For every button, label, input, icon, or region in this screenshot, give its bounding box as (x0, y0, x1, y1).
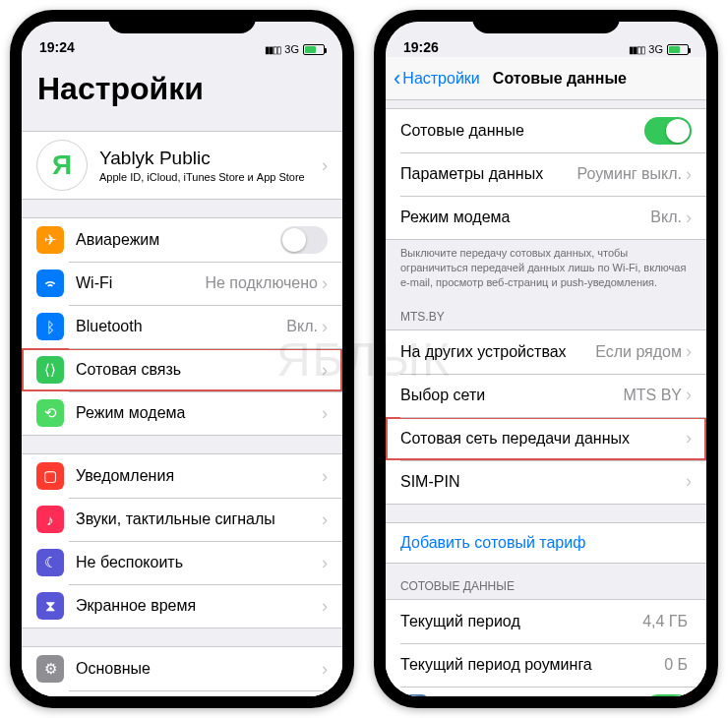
airplane-icon: ✈ (36, 226, 64, 254)
cellular-data-row[interactable]: Сотовые данные (386, 109, 706, 152)
apn-label: Сотовая сеть передачи данных (400, 430, 686, 448)
notch (472, 10, 620, 33)
apn-row[interactable]: Сотовая сеть передачи данных › (386, 417, 706, 460)
status-time: 19:26 (403, 39, 439, 55)
wifi-row[interactable]: Wi-Fi Не подключено › (22, 262, 342, 305)
apple-id-row[interactable]: Я Yablyk Public Apple ID, iCloud, iTunes… (22, 132, 342, 199)
chevron-icon: › (322, 317, 328, 337)
roaming-period-row[interactable]: Текущий период роуминга 0 Б (386, 643, 706, 687)
dnd-label: Не беспокоить (76, 554, 322, 571)
vk-label: VK (440, 692, 644, 696)
chevron-icon: › (686, 428, 692, 449)
sounds-icon: ♪ (36, 506, 64, 533)
notifications-row[interactable]: ▢ Уведомления › (22, 454, 342, 498)
notifications-label: Уведомления (76, 467, 322, 485)
cellular-footer: Выключите передачу сотовых данных, чтобы… (386, 240, 706, 294)
screentime-label: Экранное время (76, 597, 322, 615)
current-period-value: 4,4 ГБ (642, 613, 688, 630)
chevron-left-icon: ‹ (394, 68, 400, 90)
sounds-row[interactable]: ♪ Звуки, тактильные сигналы › (22, 498, 342, 541)
general-row[interactable]: ⚙ Основные › (22, 647, 342, 690)
hotspot-row[interactable]: ⟲ Режим модема › (22, 391, 342, 435)
cellular-data-switch[interactable] (644, 117, 692, 145)
app-vk-row[interactable]: VK VK 2,1 ГБ (386, 687, 706, 696)
vk-switch[interactable] (644, 694, 692, 696)
profile-name: Yablyk Public (99, 148, 322, 169)
current-period-label: Текущий период (400, 613, 642, 630)
dnd-row[interactable]: ☾ Не беспокоить › (22, 541, 342, 584)
carrier-value: MTS BY (623, 387, 682, 404)
signal-icon (265, 43, 280, 55)
profile-text: Yablyk Public Apple ID, iCloud, iTunes S… (99, 148, 322, 183)
battery-icon (667, 44, 689, 55)
profile-avatar: Я (36, 140, 88, 191)
data-options-value: Роуминг выкл. (576, 165, 682, 183)
connectivity-section: ✈ Авиарежим Wi-Fi Не подключено › ᛒ Blue… (22, 217, 342, 436)
notch (108, 10, 256, 33)
chevron-icon: › (686, 208, 692, 228)
other-devices-value: Если рядом (595, 343, 682, 361)
status-right: 3G (265, 43, 325, 55)
status-time: 19:24 (39, 39, 75, 55)
page-title: Настройки (22, 57, 342, 113)
carrier-row[interactable]: Выбор сети MTS BY › (386, 374, 706, 417)
wifi-value: Не подключено (205, 274, 318, 292)
usage-header: СОТОВЫЕ ДАННЫЕ (386, 564, 706, 599)
hotspot-row[interactable]: Режим модема Вкл. › (386, 196, 706, 239)
add-plan-button[interactable]: Добавить сотовый тариф (386, 523, 706, 563)
data-options-row[interactable]: Параметры данных Роуминг выкл. › (386, 152, 706, 196)
cellular-row[interactable]: ⟨⟩ Сотовая связь › (22, 348, 342, 391)
roaming-period-value: 0 Б (664, 656, 688, 674)
chevron-icon: › (322, 360, 328, 381)
chevron-icon: › (322, 466, 328, 487)
cellular-scroll[interactable]: Сотовые данные Параметры данных Роуминг … (386, 100, 706, 696)
wifi-label: Wi-Fi (76, 274, 205, 292)
airplane-switch[interactable] (280, 226, 328, 254)
chevron-icon: › (686, 385, 692, 405)
airplane-label: Авиарежим (76, 231, 280, 249)
screentime-row[interactable]: ⧗ Экранное время › (22, 584, 342, 628)
airplane-row[interactable]: ✈ Авиарежим (22, 218, 342, 262)
other-devices-label: На других устройствах (400, 343, 595, 361)
phone-right: 19:26 3G ‹ Настройки Сотовые данные Сото… (374, 10, 718, 708)
screentime-icon: ⧗ (36, 592, 64, 620)
signal-label: 3G (648, 43, 663, 55)
dnd-icon: ☾ (36, 549, 64, 576)
general-section: ⚙ Основные › ⊞ Пункт управления › AA Экр… (22, 646, 342, 696)
control-center-row[interactable]: ⊞ Пункт управления › (22, 690, 342, 696)
cellular-data-label: Сотовые данные (400, 122, 644, 140)
carrier-section: На других устройствах Если рядом › Выбор… (386, 329, 706, 505)
status-right: 3G (629, 43, 689, 55)
nav-bar: ‹ Настройки Сотовые данные (386, 57, 706, 100)
screen-right: 19:26 3G ‹ Настройки Сотовые данные Сото… (386, 22, 706, 696)
chevron-icon: › (686, 471, 692, 492)
usage-section: Текущий период 4,4 ГБ Текущий период роу… (386, 599, 706, 696)
other-devices-row[interactable]: На других устройствах Если рядом › (386, 330, 706, 374)
chevron-icon: › (322, 273, 328, 294)
profile-sub: Apple ID, iCloud, iTunes Store и App Sto… (99, 171, 322, 183)
settings-scroll[interactable]: Настройки Я Yablyk Public Apple ID, iClo… (22, 57, 342, 696)
signal-icon (629, 43, 644, 55)
bluetooth-row[interactable]: ᛒ Bluetooth Вкл. › (22, 305, 342, 348)
nav-title: Сотовые данные (421, 70, 698, 88)
cellular-label: Сотовая связь (76, 361, 322, 379)
sounds-label: Звуки, тактильные сигналы (76, 510, 322, 528)
hotspot-icon: ⟲ (36, 399, 64, 427)
chevron-icon: › (322, 509, 328, 530)
signal-label: 3G (284, 43, 299, 55)
screen-left: 19:24 3G Настройки Я Yablyk Public Apple… (22, 22, 342, 696)
chevron-icon: › (322, 659, 328, 680)
sim-pin-row[interactable]: SIM-PIN › (386, 460, 706, 504)
current-period-row[interactable]: Текущий период 4,4 ГБ (386, 600, 706, 643)
add-plan-section: Добавить сотовый тариф (386, 522, 706, 564)
notifications-icon: ▢ (36, 462, 64, 490)
vk-icon: VK (400, 694, 428, 696)
hotspot-value: Вкл. (650, 209, 682, 226)
wifi-icon (36, 269, 64, 297)
chevron-icon: › (686, 341, 692, 362)
cellular-icon: ⟨⟩ (36, 356, 64, 384)
alerts-section: ▢ Уведомления › ♪ Звуки, тактильные сигн… (22, 453, 342, 628)
chevron-icon: › (322, 155, 328, 176)
bluetooth-label: Bluetooth (76, 318, 286, 335)
hotspot-label: Режим модема (76, 404, 322, 422)
